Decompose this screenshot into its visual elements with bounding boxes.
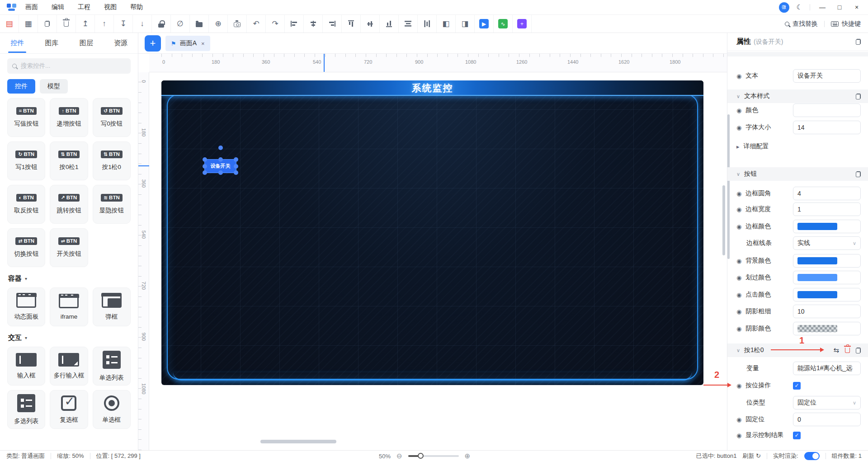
delete-action-icon[interactable] — [845, 348, 850, 353]
binding-dot-icon[interactable]: ◉ — [736, 432, 741, 439]
copy-icon[interactable] — [38, 15, 57, 33]
lock-icon[interactable] — [152, 15, 171, 33]
align-right-icon[interactable] — [323, 15, 342, 33]
tab-layers[interactable]: 图层 — [69, 33, 104, 53]
binding-dot-icon[interactable]: ◉ — [736, 258, 741, 264]
binding-dot-icon[interactable]: ◉ — [736, 274, 741, 281]
delete-icon[interactable] — [57, 15, 76, 33]
control-write-value-button[interactable]: =BTN 写值按钮 — [7, 98, 45, 137]
tab-controls[interactable]: 控件 — [0, 33, 34, 53]
section-text-style[interactable]: ∨ 文本样式 — [727, 89, 868, 103]
filter-models-button[interactable]: 模型 — [40, 79, 68, 94]
distribute-horizontal-icon[interactable] — [399, 15, 418, 33]
horizontal-scrollbar[interactable] — [260, 440, 336, 443]
binding-dot-icon[interactable]: ◉ — [736, 292, 741, 298]
variable-input[interactable]: 能源站1#离心机_远 — [793, 362, 861, 375]
align-center-vertical-icon[interactable] — [304, 15, 323, 33]
find-replace-button[interactable]: 查找替换 — [785, 20, 818, 28]
menu-help[interactable]: 帮助 — [130, 3, 143, 11]
binding-dot-icon[interactable]: ◉ — [736, 107, 741, 114]
binding-dot-icon[interactable]: ◉ — [736, 416, 741, 423]
section-interaction[interactable]: 交互 ▾ — [8, 334, 130, 342]
toggle-right-panel-icon[interactable]: ◨ — [456, 15, 475, 33]
binding-dot-icon[interactable]: ◉ — [736, 325, 741, 332]
control-radio-list[interactable]: 单选列表 — [93, 347, 131, 386]
binding-dot-icon[interactable]: ◉ — [736, 190, 741, 197]
hover-color-picker[interactable] — [793, 271, 861, 284]
control-show-hide-button[interactable]: ≋BTN 显隐按钮 — [93, 185, 131, 224]
tab-resources[interactable]: 资源 — [104, 33, 138, 53]
resize-handle-w[interactable] — [203, 164, 207, 169]
avatar[interactable]: 微 — [779, 2, 789, 13]
control-increment-button[interactable]: ↑BTN 递增按钮 — [50, 98, 88, 137]
menu-view[interactable]: 视图 — [104, 3, 117, 11]
zoom-in-icon[interactable]: ⊕ — [465, 452, 471, 460]
send-to-back-icon[interactable]: ↧ — [114, 15, 133, 33]
add-screen-button[interactable]: + — [145, 35, 161, 52]
border-line-select[interactable]: 实线∨ — [793, 236, 861, 250]
control-iframe[interactable]: iframe — [50, 287, 88, 326]
control-invert-button[interactable]: ◐BTN 取反按钮 — [7, 185, 45, 224]
resize-handle-se[interactable] — [234, 170, 238, 175]
border-radius-input[interactable]: 4 — [793, 187, 861, 200]
binding-dot-icon[interactable]: ◉ — [736, 223, 741, 230]
border-color-picker[interactable] — [793, 220, 861, 233]
screenshot-icon[interactable] — [228, 15, 247, 33]
align-bottom-icon[interactable] — [380, 15, 399, 33]
chart-icon[interactable]: ∿ — [494, 15, 513, 33]
control-toggle-button[interactable]: ⇄BTN 切换按钮 — [7, 228, 45, 267]
tab-gallery[interactable]: 图库 — [34, 33, 69, 53]
copy-icon[interactable] — [856, 94, 861, 99]
control-dynamic-panel[interactable]: 动态面板 — [7, 287, 45, 326]
copy-icon[interactable] — [856, 171, 861, 177]
binding-dot-icon[interactable]: ◉ — [736, 308, 741, 315]
control-multiline-input[interactable]: 多行输入框 — [50, 347, 88, 386]
control-press0-release1-button[interactable]: ⇅BTN 按0松1 — [50, 141, 88, 180]
close-button[interactable]: × — [852, 4, 862, 11]
border-width-input[interactable]: 1 — [793, 202, 861, 216]
distribute-vertical-icon[interactable] — [418, 15, 437, 33]
resize-handle-nw[interactable] — [203, 157, 207, 162]
screen-tab-active[interactable]: ⚑ 画面A × — [165, 36, 210, 51]
bg-color-picker[interactable] — [793, 254, 861, 268]
shortcuts-button[interactable]: 快捷键 — [831, 20, 861, 28]
control-radio[interactable]: 单选框 — [93, 390, 131, 429]
send-backward-icon[interactable]: ↓ — [133, 15, 152, 33]
rotate-handle[interactable] — [218, 146, 223, 150]
group-icon[interactable]: ⊕ — [209, 15, 228, 33]
align-left-icon[interactable] — [285, 15, 304, 33]
save-icon[interactable]: ▦ — [19, 15, 38, 33]
toggle-left-panel-icon[interactable]: ◧ — [437, 15, 456, 33]
click-color-picker[interactable] — [793, 288, 861, 301]
design-canvas[interactable]: 系统监控 设备开关 — [149, 72, 727, 450]
menu-project[interactable]: 工程 — [78, 3, 90, 11]
control-write-1-button[interactable]: ↻BTN 写1按钮 — [7, 141, 45, 180]
add-widget-icon[interactable]: + — [513, 15, 532, 33]
bit-operation-checkbox[interactable]: ✓ — [793, 382, 801, 390]
control-press1-release0-button[interactable]: ⇅BTN 按1松0 — [93, 141, 131, 180]
resize-handle-e[interactable] — [234, 164, 238, 169]
align-top-icon[interactable] — [342, 15, 361, 33]
text-input[interactable]: 设备开关 — [793, 69, 861, 83]
minimize-button[interactable]: — — [817, 4, 827, 11]
resize-handle-ne[interactable] — [234, 157, 238, 162]
maximize-button[interactable]: □ — [835, 4, 844, 11]
text-color-input[interactable] — [793, 103, 861, 117]
new-screen-icon[interactable]: ▤ — [0, 15, 19, 33]
control-checkbox[interactable]: 复选框 — [50, 390, 88, 429]
control-input-box[interactable]: 输入框 — [7, 347, 45, 386]
close-tab-icon[interactable]: × — [201, 40, 205, 47]
copy-icon[interactable] — [856, 39, 861, 45]
control-jump-button[interactable]: ↗BTN 跳转按钮 — [50, 185, 88, 224]
menu-edit[interactable]: 编辑 — [52, 3, 64, 11]
show-result-checkbox[interactable]: ✓ — [793, 432, 801, 439]
section-containers[interactable]: 容器 ▾ — [8, 274, 130, 283]
swap-action-icon[interactable]: ⇆ — [833, 346, 839, 354]
bring-forward-icon[interactable]: ↑ — [95, 15, 114, 33]
bit-type-select[interactable]: 固定位∨ — [793, 396, 861, 409]
align-middle-icon[interactable] — [361, 15, 380, 33]
screen-artboard[interactable]: 系统监控 — [161, 80, 703, 385]
selected-device-switch-button[interactable]: 设备开关 — [204, 159, 236, 173]
search-input[interactable]: 搜索控件... — [7, 58, 131, 74]
resize-handle-sw[interactable] — [203, 170, 207, 175]
